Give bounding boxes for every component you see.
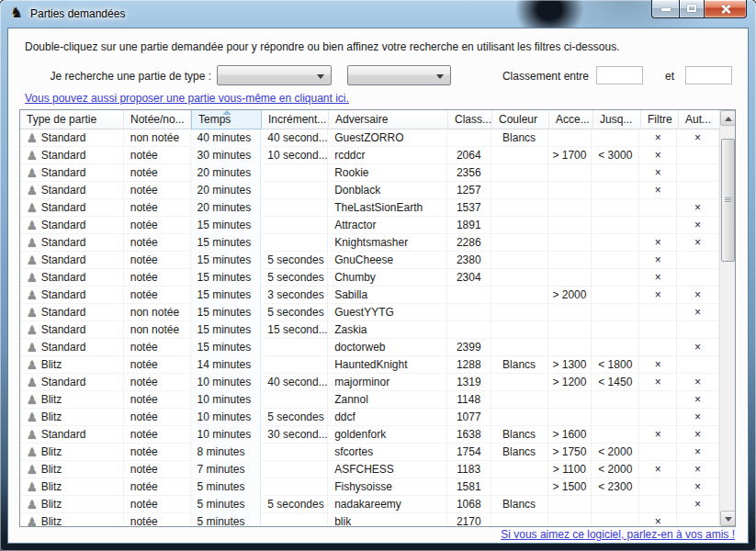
cell-color: Blancs — [491, 426, 548, 444]
cell-auto — [677, 182, 719, 199]
column-header-label: Class... — [455, 113, 491, 126]
cell-max — [592, 513, 639, 526]
table-row[interactable]: Standardnotée20 minutesTheLastSionEarth1… — [20, 199, 719, 217]
cell-time: 10 minutes — [191, 374, 262, 391]
cell-filter — [639, 444, 677, 461]
table-row[interactable]: Standardnotée30 minutes10 second...rcddc… — [20, 147, 719, 164]
table-row[interactable]: Standardnotée10 minutes30 second...golde… — [20, 426, 719, 444]
table-row[interactable]: Standardnon notée40 minutes40 second...G… — [20, 129, 719, 147]
share-software-link[interactable]: Si vous aimez ce logiciel, parlez-en à v… — [501, 528, 735, 541]
propose-game-link[interactable]: Vous pouvez aussi proposer une partie vo… — [25, 92, 349, 105]
x-mark-icon: × — [694, 410, 701, 423]
cell-rating — [447, 287, 491, 304]
cell-type: Standard — [20, 234, 124, 252]
cell-filter — [639, 321, 677, 339]
table-row[interactable]: Blitznotée5 minutesblik2170× — [20, 513, 719, 526]
cell-min — [548, 217, 592, 234]
minimize-button[interactable] — [651, 0, 679, 18]
caption-buttons — [651, 0, 747, 18]
game-subtype-select[interactable] — [347, 65, 451, 85]
cell-color — [491, 391, 548, 409]
rating-max-field[interactable] — [685, 66, 732, 84]
table-row[interactable]: Blitznotée5 minutes5 secondesnadakareemy… — [20, 496, 719, 513]
x-mark-icon: × — [655, 184, 661, 197]
column-header-increment[interactable]: Incrément... — [262, 110, 329, 129]
scroll-down-button[interactable] — [720, 511, 736, 526]
column-header-type[interactable]: Type de partie — [20, 110, 124, 129]
cell-max: < 3000 — [592, 147, 639, 164]
column-header-time[interactable]: Temps — [191, 110, 262, 129]
cell-filter: × — [639, 513, 677, 526]
cell-max: < 1800 — [592, 356, 639, 374]
cell-auto: × — [677, 199, 719, 217]
cell-color: Blancs — [491, 444, 548, 461]
column-header-filter[interactable]: Filtre — [641, 110, 679, 129]
cell-opponent: Zaskia — [328, 321, 447, 339]
maximize-button[interactable] — [679, 0, 705, 18]
table-row[interactable]: Blitznotée8 minutessfcortes1754Blancs> 1… — [20, 444, 719, 461]
table-row[interactable]: Standardnotée10 minutes40 second...major… — [20, 374, 719, 391]
cell-color — [491, 199, 548, 217]
table-row[interactable]: Blitznotée10 minutes5 secondesddcf1077× — [20, 409, 719, 426]
cell-time: 10 minutes — [191, 391, 262, 409]
cell-time: 30 minutes — [191, 147, 262, 164]
cell-rated: notée — [124, 374, 191, 391]
table-row[interactable]: Blitznotée5 minutesFishysoisse1581> 1500… — [20, 478, 719, 496]
x-mark-icon: × — [655, 463, 661, 476]
cell-min — [548, 269, 592, 287]
column-header-rated[interactable]: Notée/no... — [124, 110, 191, 129]
cell-time: 14 minutes — [191, 356, 262, 374]
table-row[interactable]: Standardnotée20 minutesRookie2356× — [20, 164, 719, 182]
cell-color — [491, 409, 548, 426]
column-header-color[interactable]: Couleur — [492, 110, 549, 129]
scrollbar-thumb[interactable] — [721, 139, 735, 262]
x-mark-icon: × — [655, 288, 661, 301]
rating-min-field[interactable] — [596, 66, 643, 84]
title-bar[interactable]: ♞ Parties demandées — [0, 0, 756, 28]
cell-max: < 2000 — [592, 444, 639, 461]
column-header-max[interactable]: Jusq... — [593, 110, 641, 129]
table-body: Standardnon notée40 minutes40 second...G… — [20, 129, 719, 526]
cell-time: 20 minutes — [191, 199, 262, 217]
cell-rating: 1077 — [447, 409, 491, 426]
cell-rated: notée — [124, 182, 191, 199]
scroll-up-button[interactable] — [720, 110, 736, 126]
cell-opponent: Chumby — [328, 269, 447, 287]
game-type-select[interactable] — [217, 65, 332, 85]
pawn-icon — [27, 307, 38, 319]
pawn-icon — [27, 150, 38, 162]
cell-auto: × — [677, 234, 719, 252]
table-row[interactable]: Blitznotée10 minutesZannol1148× — [20, 391, 719, 409]
close-button[interactable] — [705, 0, 747, 18]
table-row[interactable]: Standardnotée20 minutesDonblack1257× — [20, 182, 719, 199]
table-row[interactable]: Standardnon notée15 minutes15 second...Z… — [20, 321, 719, 339]
cell-filter: × — [639, 129, 677, 147]
cell-opponent: TheLastSionEarth — [328, 199, 447, 217]
column-header-min[interactable]: Acce... — [549, 110, 593, 129]
cell-increment — [261, 199, 328, 217]
cell-rated: notée — [124, 426, 191, 444]
cell-min — [548, 252, 592, 269]
column-header-opponent[interactable]: Adversaire — [329, 110, 448, 129]
cell-color — [491, 234, 548, 252]
column-header-auto[interactable]: Aut... — [679, 110, 721, 129]
table-row[interactable]: Standardnon notée15 minutes5 secondesGue… — [20, 304, 719, 321]
table-row[interactable]: Standardnotée15 minutes5 secondesGnuChee… — [20, 252, 719, 269]
chevron-down-icon — [317, 74, 324, 79]
table-row[interactable]: Standardnotée15 minutesAttractor1891× — [20, 217, 719, 234]
column-header-rating[interactable]: Class... — [448, 110, 492, 129]
table-row[interactable]: Standardnotée15 minutes5 secondesChumby2… — [20, 269, 719, 287]
table-row[interactable]: Blitznotée14 minutesHauntedKnight1288Bla… — [20, 356, 719, 374]
x-mark-icon: × — [655, 515, 661, 526]
x-mark-icon: × — [694, 131, 701, 144]
cell-opponent: GuestZORRO — [328, 129, 447, 147]
cell-color: Blancs — [491, 496, 548, 513]
table-row[interactable]: Standardnotée15 minutesKnightsmasher2286… — [20, 234, 719, 252]
table-row[interactable]: Standardnotée15 minutes3 secondesSabilla… — [20, 287, 719, 304]
x-mark-icon: × — [655, 253, 661, 266]
table-row[interactable]: Standardnotée15 minutesdoctorweb2399× — [20, 339, 719, 356]
table-row[interactable]: Blitznotée7 minutesASFCHESS1183> 1100< 2… — [20, 461, 719, 478]
vertical-scrollbar[interactable] — [719, 110, 735, 526]
cell-time: 10 minutes — [191, 409, 262, 426]
cell-rated: notée — [124, 287, 191, 304]
